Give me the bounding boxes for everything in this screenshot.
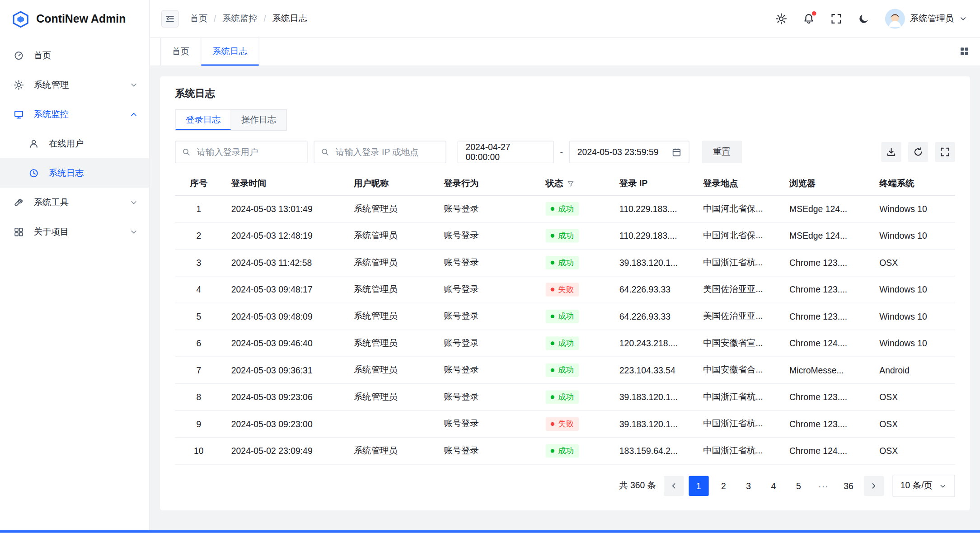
breadcrumb-item-system-monitor[interactable]: 系统监控 [222,13,257,24]
sidebar-item-label: 在线用户 [49,138,138,149]
tab-operation-log[interactable]: 操作日志 [230,109,286,131]
status-dot-icon [551,207,554,211]
pagination-page[interactable]: 3 [739,476,759,496]
refresh-icon [913,147,923,157]
sidebar-item-label: 系统工具 [34,197,130,208]
pagination-page[interactable]: 2 [713,476,733,496]
calendar-icon [672,147,681,157]
cell-nickname: 系统管理员 [345,284,435,295]
pagination-page[interactable]: 4 [764,476,783,496]
cell-status: 成功 [537,390,610,404]
cell-browser: Chrome 123.... [781,392,871,402]
sidebar-item-system-tools[interactable]: 系统工具 [0,188,150,217]
main-area: 首页 / 系统监控 / 系统日志 [150,0,980,533]
cell-nickname: 系统管理员 [345,203,435,215]
pagination-page[interactable]: 36 [839,476,858,496]
table-row: 92024-05-03 09:23:00账号登录失败39.183.120.1..… [175,411,955,438]
tab-login-log[interactable]: 登录日志 [175,109,231,131]
topbar-actions: 系统管理员 [775,9,967,28]
notifications-button[interactable] [802,13,815,25]
cell-browser: Chrome 123.... [781,258,871,268]
search-user-input[interactable] [196,146,300,158]
cell-ip: 39.183.120.1... [610,392,694,402]
settings-button[interactable] [775,13,788,25]
date-start-value: 2024-04-27 00:00:00 [466,142,546,162]
date-end-input[interactable]: 2024-05-03 23:59:59 [569,141,689,163]
tab-layout-button[interactable] [959,46,970,57]
refresh-button[interactable] [908,142,928,162]
cell-browser: Chrome 124.... [781,338,871,348]
cell-action: 账号登录 [435,284,537,295]
column-header-action: 登录行为 [435,178,537,189]
table-row: 52024-05-03 09:48:09系统管理员账号登录成功64.226.93… [175,303,955,330]
cell-time: 2024-05-03 13:01:49 [222,204,345,214]
cell-ip: 110.229.183.... [610,231,694,241]
column-header-location: 登录地点 [694,178,781,189]
status-badge: 成功 [546,444,579,458]
column-header-time: 登录时间 [222,178,345,189]
sidebar-collapse-button[interactable] [161,10,179,28]
pagination-ellipsis[interactable]: ··· [814,476,834,496]
search-icon [182,147,191,156]
cell-os: OSX [871,392,955,402]
dark-mode-button[interactable] [858,13,870,25]
sidebar-item-system-monitor[interactable]: 系统监控 [0,99,150,129]
cell-status: 成功 [537,310,610,323]
cell-location: 中国浙江省杭... [694,445,781,457]
pagination-prev-button[interactable] [664,476,684,496]
cell-nickname: 系统管理员 [345,338,435,349]
search-ip-input[interactable] [334,146,439,158]
cell-time: 2024-05-03 11:42:58 [222,258,345,268]
chevron-down-icon [959,14,967,23]
tabbar-actions [959,38,980,66]
moon-icon [858,13,869,24]
cell-action: 账号登录 [435,418,537,429]
cell-os: Windows 10 [871,284,955,294]
status-dot-icon [551,422,554,426]
status-badge: 成功 [546,336,579,350]
cell-browser: Chrome 123.... [781,311,871,321]
cell-os: Android [871,365,955,375]
cell-time: 2024-05-03 09:48:17 [222,284,345,294]
date-start-input[interactable]: 2024-04-27 00:00:00 [458,141,554,163]
sidebar-item-system-log[interactable]: 系统日志 [0,158,150,188]
sidebar-item-system-management[interactable]: 系统管理 [0,70,150,99]
page-tabs-bar: 首页 系统日志 [150,38,980,66]
cell-ip: 183.159.64.2... [610,446,694,456]
page-title: 系统日志 [175,88,955,101]
breadcrumb-item-home[interactable]: 首页 [190,13,208,24]
date-range-separator: - [560,147,563,157]
cell-location: 中国安徽省合... [694,364,781,376]
cell-browser: MicroMesse... [781,365,871,375]
sidebar-item-about[interactable]: 关于项目 [0,217,150,246]
export-button[interactable] [881,142,901,162]
user-menu[interactable]: 系统管理员 [885,9,968,28]
cell-no: 6 [175,338,222,348]
cell-status: 成功 [537,256,610,269]
sidebar-item-home[interactable]: 首页 [0,41,150,70]
pagination-page[interactable]: 5 [788,476,808,496]
search-icon [321,147,329,156]
cell-ip: 64.226.93.33 [610,284,694,294]
cell-browser: MSEdge 124... [781,204,871,214]
pagination-next-button[interactable] [863,476,883,496]
breadcrumb-separator: / [264,14,266,24]
page-tab-system-log[interactable]: 系统日志 [201,38,259,66]
page-size-select[interactable]: 10 条/页 [892,475,955,497]
cell-status: 失败 [537,283,610,296]
sidebar-item-online-users[interactable]: 在线用户 [0,129,150,158]
page-tab-home[interactable]: 首页 [160,38,201,66]
cell-no: 5 [175,311,222,321]
fullscreen-button[interactable] [830,13,843,25]
status-dot-icon [551,234,554,237]
sidebar-item-label: 关于项目 [34,226,130,237]
cell-no: 1 [175,204,222,214]
reset-button[interactable]: 重置 [702,141,742,163]
status-badge: 成功 [546,390,579,404]
pagination-page[interactable]: 1 [689,476,708,496]
table-fullscreen-button[interactable] [935,142,955,162]
filter-icon[interactable] [567,180,575,188]
table-header: 序号 登录时间 用户昵称 登录行为 状态 登录 IP 登录地点 浏览器 [175,172,955,196]
log-table: 序号 登录时间 用户昵称 登录行为 状态 登录 IP 登录地点 浏览器 [175,172,955,464]
sidebar-menu: 首页 系统管理 系统监控 [0,38,150,246]
